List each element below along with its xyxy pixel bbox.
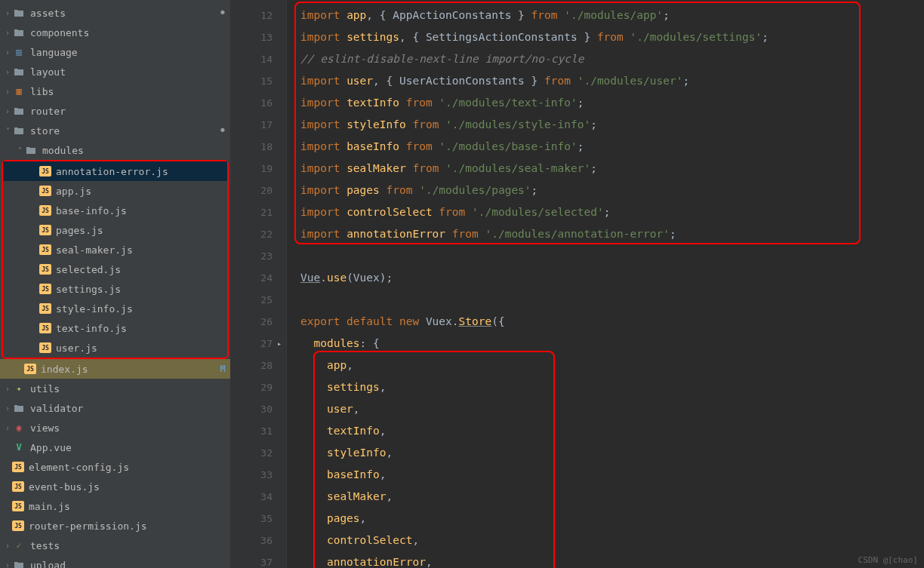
tree-item-label: App.vue (30, 442, 215, 453)
code-line[interactable]: import app, { AppActionConstants } from … (300, 5, 924, 26)
js-file-icon: JS (12, 520, 24, 531)
tree-item[interactable]: JSbase-info.js (3, 201, 227, 220)
tree-item[interactable]: JSpages.js (3, 220, 227, 240)
tree-item[interactable]: ›validator (0, 398, 230, 418)
tree-item[interactable]: ›▦libs (0, 81, 230, 101)
code-line[interactable]: settings, (300, 376, 924, 398)
tree-item[interactable]: VApp.vue (0, 438, 230, 457)
chevron-icon[interactable]: › (3, 48, 12, 57)
tree-item[interactable]: JSevent-bus.js (0, 477, 230, 496)
js-file-icon: JS (39, 186, 51, 196)
tree-item-label: views (30, 422, 215, 434)
code-line[interactable]: import baseInfo from './modules/base-inf… (300, 136, 924, 158)
tree-item[interactable]: JSuser.js (3, 338, 227, 358)
tree-item[interactable]: JSsettings.js (3, 279, 227, 299)
chevron-icon[interactable]: › (3, 88, 12, 96)
code-line[interactable]: // eslint-disable-next-line import/no-cy… (300, 48, 924, 70)
line-number-gutter: 1213141516171819202122232425262728293031… (230, 0, 287, 568)
code-line[interactable]: Vue.use(Vuex); (300, 267, 924, 289)
tree-item[interactable]: JSelement-config.js (0, 457, 230, 477)
js-file-icon: JS (39, 264, 51, 275)
line-number: 30 (230, 398, 273, 420)
line-number: 13 (230, 26, 273, 48)
tree-item[interactable]: JSseal-maker.js (3, 240, 227, 259)
code-line[interactable]: import controlSelect from './modules/sel… (300, 201, 924, 223)
file-explorer[interactable]: ›assets•›components›▤language›layout›▦li… (0, 0, 230, 568)
chevron-icon[interactable]: › (3, 404, 12, 413)
tree-item[interactable]: ›✦utils (0, 379, 230, 398)
tree-item[interactable]: JSindex.jsM (0, 359, 230, 379)
code-editor[interactable]: 1213141516171819202122232425262728293031… (230, 0, 924, 568)
tree-item[interactable]: ›components (0, 23, 230, 42)
code-line[interactable]: export default new Vuex.Store({ (300, 311, 924, 333)
tree-item[interactable]: JSapp.js (3, 181, 227, 201)
code-line[interactable]: styleInfo, (300, 442, 924, 464)
tree-item[interactable]: JSrouter-permission.js (0, 516, 230, 536)
folder-icon (12, 26, 26, 38)
line-number: 18 (230, 136, 273, 158)
tree-item[interactable]: ›layout (0, 62, 230, 81)
tree-item[interactable]: ˅store• (0, 121, 230, 140)
chevron-icon[interactable]: › (3, 107, 12, 115)
chevron-icon[interactable]: › (3, 68, 12, 76)
code-line[interactable]: import sealMaker from './modules/seal-ma… (300, 158, 924, 180)
code-line[interactable]: import pages from './modules/pages'; (300, 180, 924, 201)
tree-item[interactable]: JSmain.js (0, 496, 230, 516)
folder-icon: ◉ (12, 422, 26, 434)
tree-item[interactable]: JSstyle-info.js (3, 299, 227, 318)
js-file-icon: JS (12, 501, 24, 511)
code-line[interactable]: import textInfo from './modules/text-inf… (300, 92, 924, 114)
tree-item[interactable]: JSselected.js (3, 259, 227, 279)
code-line[interactable]: user, (300, 398, 924, 420)
tree-item[interactable]: ›▤language (0, 42, 230, 62)
folder-icon: ✓ (12, 539, 26, 551)
chevron-icon[interactable]: › (3, 29, 12, 37)
tree-item[interactable]: ›upload (0, 555, 230, 568)
code-line[interactable]: import styleInfo from './modules/style-i… (300, 114, 924, 136)
chevron-icon[interactable]: ˅ (15, 146, 24, 155)
js-file-icon: JS (39, 225, 51, 235)
js-file-icon: JS (24, 364, 36, 374)
tree-item[interactable]: JStext-info.js (3, 318, 227, 338)
chevron-icon[interactable]: ˅ (3, 127, 12, 135)
code-area[interactable]: import app, { AppActionConstants } from … (287, 0, 924, 568)
code-line[interactable]: modules: { (300, 333, 924, 355)
code-line[interactable]: import annotationError from './modules/a… (300, 223, 924, 245)
code-line[interactable]: pages, (300, 508, 924, 530)
line-number: 23 (230, 245, 273, 267)
code-line[interactable]: annotationError, (300, 551, 924, 568)
code-line[interactable]: sealMaker, (300, 486, 924, 508)
tree-item-label: event-bus.js (29, 481, 215, 493)
line-number: 31 (230, 420, 273, 442)
tree-item[interactable]: ›◉views (0, 418, 230, 438)
folder-icon (12, 105, 26, 117)
tree-item[interactable]: JSannotation-error.js (3, 161, 227, 181)
chevron-icon[interactable]: › (3, 9, 12, 17)
tree-item[interactable]: ›router (0, 101, 230, 121)
tree-item-label: style-info.js (56, 303, 212, 315)
tree-item-label: assets (30, 8, 215, 19)
code-line[interactable]: controlSelect, (300, 530, 924, 551)
code-line[interactable]: baseInfo, (300, 464, 924, 486)
line-number: 36 (230, 530, 273, 551)
code-line[interactable]: app, (300, 355, 924, 376)
code-line[interactable]: textInfo, (300, 420, 924, 442)
tree-item[interactable]: ˅modules (0, 140, 230, 160)
modified-dot-icon: • (215, 9, 230, 17)
chevron-icon[interactable]: › (3, 542, 12, 550)
folder-icon (12, 66, 26, 78)
tree-item[interactable]: ›✓tests (0, 536, 230, 555)
chevron-icon[interactable]: › (3, 385, 12, 393)
code-line[interactable]: import user, { UserActionConstants } fro… (300, 70, 924, 92)
code-line[interactable]: import settings, { SettingsActionConstan… (300, 26, 924, 48)
tree-item[interactable]: ›assets• (0, 3, 230, 23)
chevron-icon[interactable]: › (3, 561, 12, 569)
folder-icon (12, 402, 26, 414)
chevron-icon[interactable]: › (3, 424, 12, 432)
line-number: 12 (230, 5, 273, 26)
tree-item-label: router-permission.js (29, 520, 215, 532)
code-line[interactable] (300, 245, 924, 267)
watermark: CSDN @[chao] (858, 555, 918, 565)
tree-item-label: annotation-error.js (56, 166, 212, 177)
code-line[interactable] (300, 289, 924, 311)
